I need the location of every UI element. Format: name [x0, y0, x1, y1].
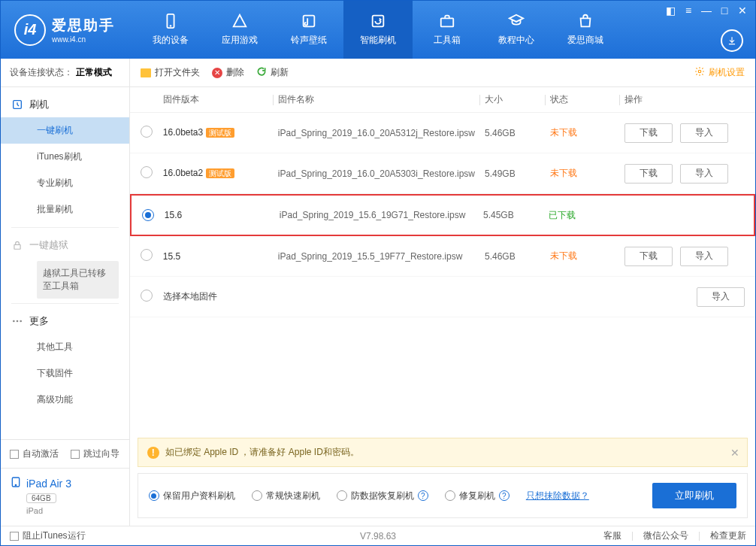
row-radio[interactable]: [141, 126, 153, 138]
import-button[interactable]: 导入: [680, 247, 728, 266]
header-version: 固件版本: [163, 93, 268, 106]
firmware-row[interactable]: 15.5 iPad_Spring_2019_15.5_19F77_Restore…: [130, 236, 755, 277]
apple-id-alert: ! 如已绑定 Apple ID ，请准备好 Apple ID和密码。 ✕: [138, 438, 748, 467]
toolbar: 打开文件夹 ✕删除 刷新 刷机设置: [130, 59, 755, 87]
nav-my-device[interactable]: 我的设备: [136, 1, 205, 59]
device-capacity: 64GB: [26, 493, 56, 503]
folder-icon: [141, 68, 151, 77]
app-header: i4 爱思助手 www.i4.cn 我的设备 应用游戏 铃声壁纸 智能刷机 工具…: [1, 1, 755, 59]
header-ops: 操作: [624, 93, 745, 106]
firmware-row-selected[interactable]: 15.6 iPad_Spring_2019_15.6_19G71_Restore…: [130, 194, 755, 236]
logo-icon: i4: [14, 14, 46, 46]
header-size: 大小: [485, 93, 540, 106]
sidebar-item-one-click-flash[interactable]: 一键刷机: [1, 117, 129, 144]
download-button[interactable]: 下载: [624, 123, 673, 143]
firmware-row[interactable]: 16.0beta2测试版 iPad_Spring_2019_16.0_20A53…: [130, 153, 755, 194]
block-itunes-checkbox[interactable]: 阻止iTunes运行: [10, 529, 86, 542]
download-button[interactable]: 下载: [624, 247, 673, 266]
svg-point-1: [170, 26, 171, 27]
header-name: 固件名称: [278, 93, 475, 106]
connection-status: 设备连接状态： 正常模式: [1, 59, 129, 87]
local-firmware-row[interactable]: 选择本地固件 导入: [130, 277, 755, 317]
support-link[interactable]: 客服: [603, 529, 621, 542]
delete-button[interactable]: ✕删除: [212, 66, 244, 79]
skip-wizard-checkbox[interactable]: 跳过向导: [71, 447, 119, 460]
nav-tutorials[interactable]: 教程中心: [482, 1, 551, 59]
svg-point-11: [15, 484, 16, 485]
option-repair[interactable]: 修复刷机?: [445, 490, 510, 502]
auto-activate-checkbox[interactable]: 自动激活: [10, 447, 59, 460]
skin-icon[interactable]: ◧: [662, 4, 679, 17]
help-icon[interactable]: ?: [418, 490, 428, 501]
sidebar-item-itunes-flash[interactable]: iTunes刷机: [1, 144, 129, 170]
svg-point-8: [17, 320, 19, 323]
row-radio[interactable]: [142, 209, 154, 221]
main-content: 打开文件夹 ✕删除 刷新 刷机设置 固件版本 固件名称 大小 状态 操作 16.…: [130, 59, 755, 526]
refresh-icon: [256, 66, 267, 79]
sidebar-group-more[interactable]: 更多: [1, 308, 129, 334]
sidebar-item-other-tools[interactable]: 其他工具: [1, 334, 129, 360]
flash-settings-button[interactable]: 刷机设置: [694, 66, 745, 79]
warning-icon: !: [147, 447, 159, 459]
app-name: 爱思助手: [52, 16, 115, 35]
minimize-icon[interactable]: —: [698, 4, 715, 17]
app-url: www.i4.cn: [52, 35, 115, 44]
svg-rect-3: [373, 16, 384, 27]
svg-point-12: [698, 70, 701, 73]
svg-point-7: [13, 320, 15, 323]
lock-icon: [11, 239, 23, 251]
row-radio[interactable]: [141, 249, 153, 261]
sidebar-item-batch-flash[interactable]: 批量刷机: [1, 196, 129, 223]
flash-now-button[interactable]: 立即刷机: [652, 483, 736, 508]
row-radio[interactable]: [141, 166, 153, 178]
tablet-icon: [10, 476, 22, 490]
wechat-link[interactable]: 微信公众号: [643, 529, 688, 542]
menu-icon[interactable]: ≡: [680, 4, 697, 17]
sidebar-item-pro-flash[interactable]: 专业刷机: [1, 170, 129, 196]
more-icon: [11, 315, 23, 327]
option-normal[interactable]: 常规快速刷机: [252, 490, 320, 502]
import-button[interactable]: 导入: [680, 164, 728, 184]
jailbreak-moved-notice[interactable]: 越狱工具已转移至工具箱: [37, 261, 119, 299]
nav-flash[interactable]: 智能刷机: [343, 1, 413, 59]
nav-apps[interactable]: 应用游戏: [205, 1, 274, 59]
option-recovery[interactable]: 防数据恢复刷机?: [337, 490, 428, 502]
refresh-button[interactable]: 刷新: [256, 66, 289, 79]
open-folder-button[interactable]: 打开文件夹: [141, 66, 200, 79]
gear-icon: [694, 66, 705, 79]
download-button[interactable]: 下载: [624, 164, 673, 184]
sidebar: 设备连接状态： 正常模式 刷机 一键刷机 iTunes刷机 专业刷机 批量刷机 …: [1, 59, 130, 526]
erase-data-link[interactable]: 只想抹除数据？: [526, 490, 589, 502]
delete-icon: ✕: [212, 68, 222, 78]
download-manager-icon[interactable]: [721, 29, 743, 52]
help-icon[interactable]: ?: [499, 490, 510, 501]
sidebar-group-flash[interactable]: 刷机: [1, 92, 129, 117]
device-type: iPad: [26, 506, 120, 515]
firmware-row[interactable]: 16.0beta3测试版 iPad_Spring_2019_16.0_20A53…: [130, 113, 755, 153]
sidebar-group-jailbreak: 一键越狱: [1, 232, 129, 258]
import-button[interactable]: 导入: [697, 287, 745, 307]
svg-rect-4: [441, 18, 454, 26]
nav-toolbox[interactable]: 工具箱: [413, 1, 482, 59]
row-radio[interactable]: [141, 290, 153, 302]
app-version: V7.98.63: [360, 531, 396, 541]
close-icon[interactable]: ✕: [734, 4, 751, 17]
alert-close-icon[interactable]: ✕: [730, 447, 739, 459]
import-button[interactable]: 导入: [680, 123, 728, 143]
device-panel[interactable]: iPad Air 3 64GB iPad: [1, 468, 129, 526]
sidebar-options: 自动激活 跳过向导: [1, 439, 129, 468]
sidebar-item-advanced[interactable]: 高级功能: [1, 387, 129, 413]
option-keep-data[interactable]: 保留用户资料刷机: [149, 490, 235, 502]
flash-options: 保留用户资料刷机 常规快速刷机 防数据恢复刷机? 修复刷机? 只想抹除数据？ 立…: [138, 473, 748, 518]
flash-icon: [11, 99, 23, 111]
table-header: 固件版本 固件名称 大小 状态 操作: [130, 87, 755, 113]
svg-rect-6: [14, 244, 20, 249]
maximize-icon[interactable]: □: [716, 4, 733, 17]
nav-ringtones[interactable]: 铃声壁纸: [274, 1, 343, 59]
svg-point-9: [20, 320, 22, 323]
header-status: 状态: [550, 93, 615, 106]
sidebar-item-download-firmware[interactable]: 下载固件: [1, 360, 129, 387]
nav-store[interactable]: 爱思商城: [551, 1, 620, 59]
check-update-link[interactable]: 检查更新: [710, 529, 746, 542]
main-nav: 我的设备 应用游戏 铃声壁纸 智能刷机 工具箱 教程中心 爱思商城: [136, 1, 620, 59]
